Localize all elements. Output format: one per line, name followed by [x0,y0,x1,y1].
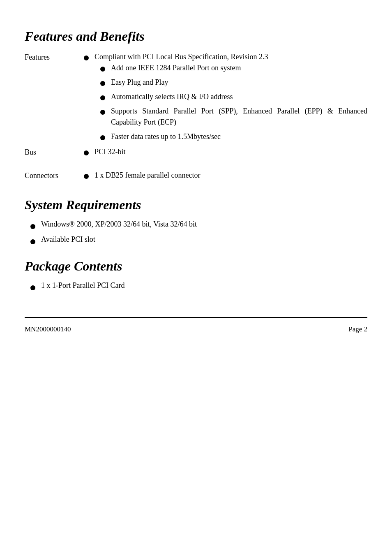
feature-text-5: Supports Standard Parallel Port (SPP), E… [111,106,367,128]
connectors-label: Connectors [25,170,78,180]
bullet-dot [100,67,105,72]
page-content: Features and Benefits Features Compliant… [25,29,367,333]
bullet-5 [95,106,111,117]
bullet-3 [95,77,111,88]
package-contents-title: Package Contents [25,259,367,274]
footer: MN2000000140 Page 2 [25,325,367,333]
bus-label: Bus [25,146,78,157]
feature-sub-item-4: Automatically selects IRQ & I/O address [95,91,367,102]
bullet-4 [95,91,111,102]
footer-page-number: Page 2 [348,325,367,333]
footer-divider-top [25,317,367,318]
feature-text-3: Easy Plug and Play [111,77,367,88]
bullet-1 [78,51,95,62]
package-item-1: 1 x 1-Port Parallel PCI Card [25,281,367,292]
system-req-text-1: Windows® 2000, XP/2003 32/64 bit, Vista … [41,220,197,229]
bullet-dot [100,135,105,140]
connectors-row: Connectors 1 x DB25 female parallel conn… [25,170,367,181]
feature-sub-item-3: Easy Plug and Play [95,77,367,88]
system-req-item-2: Available PCI slot [25,235,367,246]
system-req-item-1: Windows® 2000, XP/2003 32/64 bit, Vista … [25,220,367,231]
feature-text-6: Faster data rates up to 1.5Mbytes/sec [111,131,367,142]
sub-items: Add one IEEE 1284 Parallel Port on syste… [95,62,367,142]
bus-bullet [78,146,95,157]
bullet-dot [84,56,89,60]
system-req-text-2: Available PCI slot [41,235,95,244]
connectors-bullet [78,170,95,181]
bullet-dot [100,81,105,86]
sys-bullet-1 [25,220,41,231]
bullet-dot [84,150,89,155]
bullet-dot [30,224,35,229]
features-label: Features [25,51,78,62]
footer-model-number: MN2000000140 [25,325,71,333]
bus-value: PCI 32-bit [95,146,126,157]
feature-sub-item-2: Add one IEEE 1284 Parallel Port on syste… [95,62,367,74]
feature-text-4: Automatically selects IRQ & I/O address [111,91,367,102]
first-feature-row: Features Compliant with PCI Local Bus Sp… [25,51,367,62]
package-contents-list: 1 x 1-Port Parallel PCI Card [25,281,367,292]
bullet-dot [30,285,35,290]
pkg-bullet-1 [25,281,41,292]
sys-bullet-2 [25,235,41,246]
feature-sub-item-6: Faster data rates up to 1.5Mbytes/sec [95,131,367,142]
system-requirements-list: Windows® 2000, XP/2003 32/64 bit, Vista … [25,220,367,246]
feature-sub-item-5: Supports Standard Parallel Port (SPP), E… [95,106,367,128]
connectors-value: 1 x DB25 female parallel connector [95,170,200,181]
bullet-dot [100,110,105,115]
bullet-dot [84,174,89,179]
feature-item-1: Compliant with PCI Local Bus Specificati… [95,51,268,62]
features-benefits-title: Features and Benefits [25,29,367,44]
bullet-6 [95,131,111,142]
features-block: Features Compliant with PCI Local Bus Sp… [25,51,367,142]
bullet-dot [30,239,35,244]
feature-text-2: Add one IEEE 1284 Parallel Port on syste… [111,62,367,74]
bus-row: Bus PCI 32-bit [25,146,367,157]
bullet-dot [100,95,105,100]
package-text-1: 1 x 1-Port Parallel PCI Card [41,281,125,290]
bullet-2 [95,62,111,74]
footer-divider-bottom [25,320,367,320]
system-requirements-title: System Requirements [25,197,367,213]
